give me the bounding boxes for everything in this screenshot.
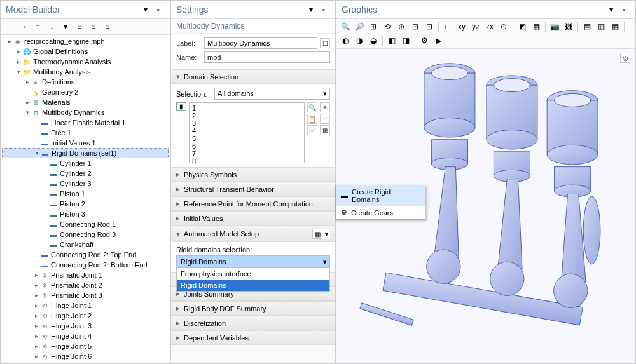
expand-icon[interactable]: ▸ (32, 272, 40, 278)
tree-node[interactable]: ▬Cylinder 2 (2, 168, 169, 179)
list-item[interactable]: 3 (191, 119, 303, 127)
tree-node[interactable]: ▬Connecting Rod 2: Top End (2, 250, 169, 260)
toolbar-button[interactable]: 📷 (548, 20, 561, 33)
expand-icon[interactable]: ▸ (15, 48, 22, 55)
expand-icon[interactable]: ▾ (33, 150, 41, 156)
toolbar-button[interactable]: 🔎 (353, 20, 366, 33)
tree-node[interactable]: ▬Connecting Rod 3 (2, 229, 169, 239)
toolbar-button[interactable]: yz (469, 20, 482, 33)
tree-node[interactable]: ▬Cylinder 1 (2, 158, 169, 168)
tree-node[interactable]: ▸📁Thermodynamic Analysis (2, 57, 169, 67)
toolbar-button[interactable]: ◨ (399, 34, 412, 47)
tree-node[interactable]: ▸⟲Hinge Joint 3 (2, 321, 169, 331)
expand-icon[interactable]: ▸ (6, 38, 13, 44)
toolbar-button[interactable]: ⊡ (423, 20, 436, 33)
tree-node[interactable]: ▸⟲Hinge Joint 5 (2, 341, 169, 351)
tree-node[interactable]: ▸⇕Prismatic Joint 3 (2, 290, 169, 300)
panel-close-icon[interactable]: ▫ (152, 3, 165, 16)
expand-icon[interactable]: ▸ (15, 58, 22, 65)
tree-node[interactable]: ▬Piston 2 (2, 199, 169, 209)
label-action-icon[interactable]: ☐ (320, 38, 330, 48)
panel-menu-icon[interactable]: ▾ (605, 3, 618, 16)
automated-action-icon[interactable]: ▦ (312, 229, 322, 239)
dropdown-option[interactable]: From physics interface (177, 268, 329, 280)
section-header[interactable]: ▸Reference Point for Moment Computation (171, 196, 335, 211)
toolbar-button[interactable]: xy (455, 20, 468, 33)
expand-icon[interactable]: ▸ (32, 292, 40, 299)
expand-icon[interactable]: ▸ (32, 323, 40, 329)
toolbar-button[interactable]: ⚙ (418, 34, 431, 47)
list-item[interactable]: 8 (191, 158, 303, 163)
toolbar-button[interactable]: ⊙ (497, 20, 510, 33)
zoom-selection-icon[interactable]: 🔍 (307, 102, 317, 112)
toolbar-button[interactable]: ⊞ (367, 20, 380, 33)
dropdown-option[interactable]: Rigid Domains (177, 280, 329, 291)
section-header[interactable]: ▸Rigid Body DOF Summary (171, 301, 335, 316)
tree-node[interactable]: ▬Cylinder 3 (2, 179, 169, 189)
section-domain-selection[interactable]: ▾ Domain Selection (171, 69, 335, 84)
section-header[interactable]: ▸Structural Transient Behavior (171, 182, 335, 196)
list-item[interactable]: 2 (191, 112, 303, 119)
toolbar-button[interactable]: ▦ (609, 20, 621, 33)
expand-icon[interactable]: ▸ (24, 79, 31, 85)
tree-node[interactable]: ▾⚙Multibody Dynamics (2, 107, 169, 118)
toolbar-button[interactable]: ◑ (353, 34, 366, 47)
toolbar-button[interactable]: ◒ (367, 34, 380, 47)
toolbar-button[interactable]: ≡ (87, 20, 100, 33)
tree-node[interactable]: ▸≡Definitions (2, 77, 169, 87)
expand-icon[interactable]: ▸ (32, 302, 40, 309)
label-field[interactable] (204, 37, 317, 49)
toolbar-button[interactable]: ◩ (516, 20, 529, 33)
tree-node[interactable]: ▸⟲Hinge Joint 1 (2, 300, 169, 311)
toolbar-button[interactable]: ◧ (385, 34, 398, 47)
expand-icon[interactable]: ▸ (24, 99, 31, 105)
toolbar-button[interactable]: ⊕ (395, 20, 408, 33)
toolbar-button[interactable]: ⊟ (409, 20, 422, 33)
chevron-down-icon[interactable]: ▾ (322, 229, 330, 239)
tree-node[interactable]: ▸🌐Global Definitions (2, 46, 169, 57)
toolbar-button[interactable]: ↓ (45, 20, 58, 33)
toolbar-button[interactable]: ↑ (31, 20, 44, 33)
name-field[interactable] (204, 51, 330, 63)
toolbar-button[interactable]: ▦ (530, 20, 543, 33)
toolbar-button[interactable]: zx (483, 20, 496, 33)
tree-node[interactable]: ▬Free 1 (2, 128, 169, 138)
rigid-domains-dropdown[interactable]: Rigid Domains ▾ From physics interfaceRi… (176, 255, 330, 268)
tree-node[interactable]: ▸⟲Hinge Joint 7 (2, 361, 169, 363)
panel-close-icon[interactable]: ▫ (618, 3, 630, 16)
list-item[interactable]: 7 (191, 150, 303, 158)
model-tree[interactable]: ▸◆reciprocating_engine.mph▸🌐Global Defin… (1, 35, 170, 363)
tree-node[interactable]: ◮Geometry 2 (2, 87, 169, 97)
expand-icon[interactable]: ▸ (32, 343, 40, 349)
toolbar-button[interactable]: → (17, 20, 30, 33)
panel-menu-icon[interactable]: ▾ (305, 3, 317, 16)
toolbar-button[interactable]: ▤ (581, 20, 593, 33)
toolbar-button[interactable]: 🔍 (339, 20, 352, 33)
tree-node[interactable]: ▬Piston 1 (2, 189, 169, 199)
toggle-icon[interactable]: ⊞ (320, 125, 330, 135)
copy-icon[interactable]: 📋 (307, 114, 317, 124)
remove-icon[interactable]: － (320, 114, 330, 124)
expand-icon[interactable]: ▾ (24, 109, 31, 116)
list-item[interactable]: 6 (191, 142, 303, 150)
toolbar-button[interactable]: ◐ (339, 34, 352, 47)
tree-node[interactable]: ▸⊞Materials (2, 97, 169, 107)
toolbar-button[interactable]: ≡ (73, 20, 86, 33)
selection-combo[interactable]: All domains ▾ (214, 88, 330, 100)
section-header[interactable]: ▸Physics Symbols (171, 167, 335, 182)
panel-close-icon[interactable]: ▫ (317, 3, 330, 16)
tree-node[interactable]: ▸⇕Prismatic Joint 1 (2, 270, 169, 280)
toolbar-button[interactable]: □ (441, 20, 454, 33)
paste-icon[interactable]: 📄 (307, 125, 317, 135)
tree-node[interactable]: ▸⟲Hinge Joint 6 (2, 351, 169, 361)
expand-icon[interactable]: ▸ (32, 313, 40, 319)
tree-node[interactable]: ▸⟲Hinge Joint 2 (2, 311, 169, 321)
section-header[interactable]: ▸Dependent Variables (171, 330, 335, 345)
tree-node[interactable]: ▸⟲Hinge Joint 4 (2, 331, 169, 341)
tree-node[interactable]: ▸◆reciprocating_engine.mph (2, 36, 169, 46)
toolbar-button[interactable]: ⟲ (381, 20, 394, 33)
tree-node[interactable]: ▬Initial Values 1 (2, 138, 169, 148)
selection-active-icon[interactable]: ▮ (176, 102, 186, 111)
tree-node[interactable]: ▸⇕Prismatic Joint 2 (2, 280, 169, 290)
add-icon[interactable]: ＋ (320, 102, 330, 112)
